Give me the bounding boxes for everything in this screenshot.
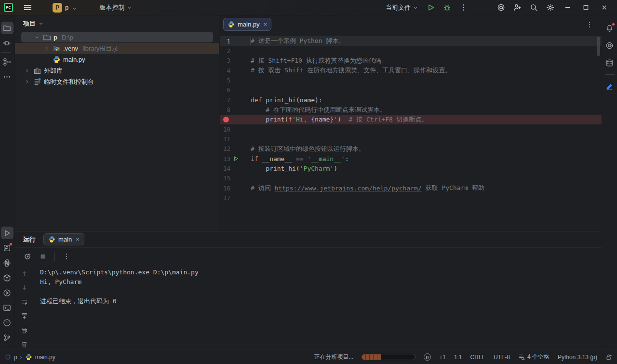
lock-icon[interactable] bbox=[605, 354, 612, 361]
code-text[interactable]: # 访问 https://www.jetbrains.com/help/pych… bbox=[249, 183, 484, 193]
code-text[interactable] bbox=[249, 46, 251, 55]
problems-tool-button[interactable] bbox=[1, 316, 13, 329]
ai-assistant-button[interactable] bbox=[494, 1, 508, 14]
run-anything-tool-button[interactable] bbox=[1, 286, 13, 299]
code-line-17[interactable]: 17 bbox=[220, 193, 602, 203]
gutter-line-3[interactable]: 3 bbox=[220, 56, 249, 66]
run-tab-main[interactable]: main × bbox=[43, 233, 84, 245]
run-line-icon[interactable] bbox=[233, 156, 239, 163]
minimize-button[interactable] bbox=[559, 1, 576, 14]
code-line-3[interactable]: 3# 按 Shift+F10 执行或将其替换为您的代码。 bbox=[220, 56, 602, 66]
more-actions-button[interactable] bbox=[456, 1, 470, 14]
code-text[interactable]: # 这是一个示例 Python 脚本。 bbox=[249, 36, 345, 46]
database-tool-button[interactable] bbox=[604, 56, 616, 69]
gutter-line-14[interactable]: 14 bbox=[220, 163, 249, 173]
code-line-7[interactable]: 7def print_hi(name): bbox=[220, 95, 602, 105]
tree-item-root-p[interactable]: pD:\p bbox=[15, 32, 219, 43]
chevron-down-icon[interactable] bbox=[33, 35, 40, 40]
code-line-1[interactable]: 1# 这是一个示例 Python 脚本。 bbox=[220, 36, 602, 46]
code-line-16[interactable]: 16# 访问 https://www.jetbrains.com/help/py… bbox=[220, 183, 602, 193]
code-with-me-button[interactable] bbox=[510, 1, 524, 14]
run-more-options-button[interactable] bbox=[61, 251, 72, 262]
indent-setting[interactable]: 4 个空格 bbox=[518, 353, 550, 361]
prev-occurrence-button[interactable] bbox=[19, 269, 30, 279]
comment-link[interactable]: https://www.jetbrains.com/help/pycharm/ bbox=[274, 185, 421, 192]
gutter-line-13[interactable]: 13 bbox=[220, 154, 249, 163]
chevron-right-icon[interactable] bbox=[42, 46, 50, 51]
file-encoding[interactable]: UTF-8 bbox=[494, 354, 510, 361]
code-text[interactable]: if __name__ == '__main__': bbox=[249, 154, 349, 163]
main-menu-button[interactable] bbox=[21, 2, 34, 13]
breadcrumb-file[interactable]: main.py bbox=[35, 354, 55, 361]
code-line-5[interactable]: 5 bbox=[220, 75, 602, 85]
tab-close-icon[interactable]: × bbox=[264, 21, 268, 28]
print-button[interactable] bbox=[19, 325, 30, 336]
caret-position[interactable]: 1:1 bbox=[454, 354, 462, 361]
code-text[interactable]: print_hi('PyCharm') bbox=[249, 163, 337, 173]
code-text[interactable] bbox=[249, 75, 251, 85]
stop-button[interactable] bbox=[37, 251, 49, 262]
line-ending[interactable]: CRLF bbox=[470, 354, 485, 361]
chevron-down-icon[interactable] bbox=[38, 21, 44, 27]
code-line-15[interactable]: 15 bbox=[220, 174, 602, 183]
code-editor[interactable]: 1# 这是一个示例 Python 脚本。23# 按 Shift+F10 执行或将… bbox=[220, 34, 602, 230]
code-line-4[interactable]: 4# 按 双击 Shift 在所有地方搜索类、文件、工具窗口、操作和设置。 bbox=[220, 66, 602, 75]
gutter-line-12[interactable]: 12 bbox=[220, 144, 249, 154]
code-line-13[interactable]: 13if __name__ == '__main__': bbox=[220, 154, 602, 163]
gutter-line-5[interactable]: 5 bbox=[220, 75, 249, 85]
chevron-right-icon[interactable] bbox=[23, 79, 31, 84]
gutter-line-1[interactable]: 1 bbox=[220, 36, 249, 46]
next-occurrence-button[interactable] bbox=[19, 283, 30, 293]
ai-assistant-tool-button[interactable] bbox=[604, 39, 616, 52]
tab-options-button[interactable] bbox=[584, 19, 595, 30]
python-packages-tool-button[interactable] bbox=[1, 271, 13, 284]
tab-main-py[interactable]: main.py × bbox=[223, 18, 271, 31]
notifications-tool-button[interactable] bbox=[604, 22, 616, 34]
structure-tool-button[interactable] bbox=[1, 55, 13, 68]
project-widget[interactable]: P p bbox=[50, 1, 80, 14]
python-console-tool-button[interactable] bbox=[1, 256, 13, 269]
editor-scrollbar-thumb[interactable] bbox=[597, 37, 600, 56]
gutter-line-2[interactable]: 2 bbox=[220, 46, 249, 55]
gutter-line-6[interactable]: 6 bbox=[220, 85, 249, 95]
project-tool-button[interactable] bbox=[1, 22, 13, 34]
console-output[interactable]: D:\p\.venv\Scripts\python.exe D:\p\main.… bbox=[34, 266, 199, 350]
code-line-2[interactable]: 2 bbox=[220, 46, 602, 55]
tree-item-main-py[interactable]: main.py bbox=[15, 54, 219, 65]
python-interpreter[interactable]: Python 3.13 (p) bbox=[558, 354, 597, 361]
gutter-line-8[interactable]: 8 bbox=[220, 105, 249, 114]
background-tasks-count[interactable]: +1 bbox=[439, 354, 446, 361]
gutter-line-16[interactable]: 16 bbox=[220, 183, 249, 193]
scroll-to-end-button[interactable] bbox=[19, 311, 30, 322]
breadcrumb[interactable]: p › main.py bbox=[5, 353, 55, 361]
code-text[interactable]: def print_hi(name): bbox=[249, 95, 322, 105]
code-text[interactable]: # 在下面的代码行中使用断点来调试脚本。 bbox=[249, 105, 386, 114]
code-line-9[interactable]: print(f'Hi, {name}') # 按 Ctrl+F8 切换断点。 bbox=[220, 115, 602, 124]
rerun-button[interactable] bbox=[22, 251, 33, 262]
run-tool-button[interactable] bbox=[1, 227, 13, 239]
pause-process-button[interactable] bbox=[424, 353, 431, 361]
debug-button[interactable] bbox=[440, 1, 454, 14]
gutter-line-15[interactable]: 15 bbox=[220, 174, 249, 183]
code-text[interactable] bbox=[249, 193, 251, 203]
terminal-tool-button[interactable] bbox=[1, 301, 13, 314]
code-text[interactable] bbox=[249, 85, 251, 95]
plugins-tool-button[interactable] bbox=[1, 37, 13, 49]
code-text[interactable]: # 按装订区域中的绿色按钮以运行脚本。 bbox=[249, 144, 365, 154]
code-line-11[interactable]: 11 bbox=[220, 134, 602, 144]
code-text[interactable] bbox=[249, 124, 251, 134]
maximize-button[interactable] bbox=[577, 1, 594, 14]
gutter-line-10[interactable]: 10 bbox=[220, 124, 249, 134]
vcs-widget[interactable]: 版本控制 bbox=[96, 1, 135, 14]
code-line-8[interactable]: 8 # 在下面的代码行中使用断点来调试脚本。 bbox=[220, 105, 602, 114]
notes-tool-button[interactable] bbox=[604, 80, 616, 93]
more-tools-tool-button[interactable] bbox=[1, 70, 13, 83]
version-control-tool-button[interactable] bbox=[1, 331, 13, 344]
code-text[interactable] bbox=[249, 134, 251, 144]
gutter-line-9[interactable] bbox=[220, 115, 249, 124]
code-text[interactable] bbox=[249, 174, 251, 183]
gutter-line-7[interactable]: 7 bbox=[220, 95, 249, 105]
code-text[interactable]: # 按 Shift+F10 执行或将其替换为您的代码。 bbox=[249, 56, 388, 66]
gutter-line-4[interactable]: 4 bbox=[220, 66, 249, 75]
code-text[interactable]: print(f'Hi, {name}') # 按 Ctrl+F8 切换断点。 bbox=[249, 115, 428, 124]
